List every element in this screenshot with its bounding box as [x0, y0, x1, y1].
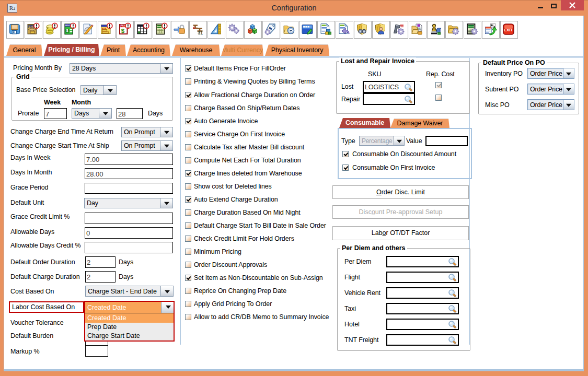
svg-text:31: 31 [198, 30, 203, 36]
svg-text:6: 6 [193, 26, 196, 30]
svg-text:$: $ [121, 28, 125, 34]
svg-text:SH: SH [29, 25, 33, 28]
svg-text:EXIT: EXIT [504, 28, 513, 32]
svg-text:PAY: PAY [121, 25, 125, 27]
